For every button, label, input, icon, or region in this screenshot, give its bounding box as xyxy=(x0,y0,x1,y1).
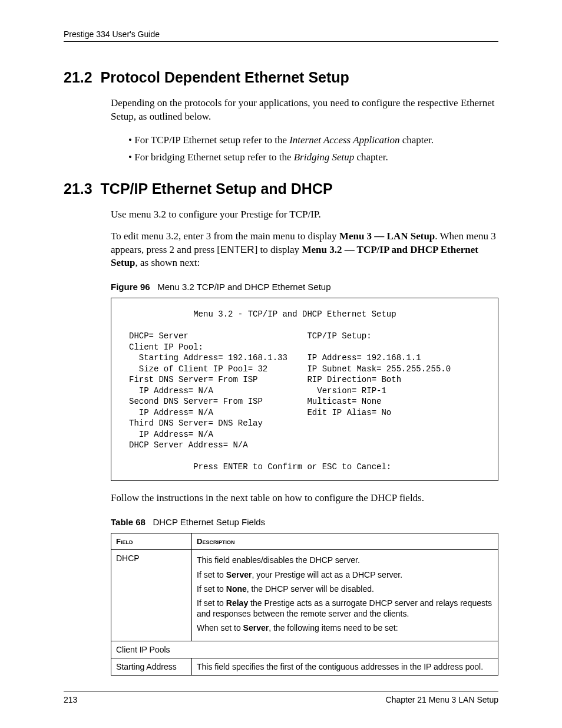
page-footer: 213 Chapter 21 Menu 3 LAN Setup xyxy=(64,691,498,704)
section-21-2-body: Depending on the protocols for your appl… xyxy=(111,97,498,166)
bullet-tcpip: For TCP/IP Ethernet setup refer to the I… xyxy=(128,132,498,149)
bullet-emphasis: Internet Access Application xyxy=(289,134,399,146)
section-title: TCP/IP Ethernet Setup and DHCP xyxy=(101,180,333,197)
text-run: ] to display xyxy=(254,244,302,255)
bullet-emphasis: Bridging Setup xyxy=(294,151,354,163)
table-label: Table 68 xyxy=(111,517,146,527)
text-run: , the following items need to be set: xyxy=(269,623,398,633)
cell-description: This field specifies the first of the co… xyxy=(192,658,498,675)
keyword: Relay xyxy=(226,598,248,608)
col-header-field: Field xyxy=(111,533,192,550)
section-21-3-body: Use menu 3.2 to configure your Prestige … xyxy=(111,208,498,676)
page-number: 213 xyxy=(64,695,77,704)
text-run: If set to xyxy=(197,570,226,579)
section-title: Protocol Dependent Ethernet Setup xyxy=(101,69,349,85)
desc-line: If set to Relay the Prestige acts as a s… xyxy=(197,598,493,619)
desc-line: When set to Server, the following items … xyxy=(197,622,493,633)
bullet-text: For TCP/IP Ethernet setup refer to the xyxy=(134,134,289,146)
keyword: None xyxy=(226,584,247,594)
keycap: ENTER xyxy=(220,244,254,255)
table-header-row: Field Description xyxy=(111,533,498,550)
paragraph: Use menu 3.2 to configure your Prestige … xyxy=(111,208,498,222)
text-run: To edit menu 3.2, enter 3 from the main … xyxy=(111,230,339,242)
figure-caption: Figure 96 Menu 3.2 TCP/IP and DHCP Ether… xyxy=(111,282,498,292)
dhcp-fields-table: Field Description DHCP This field enable… xyxy=(111,533,498,675)
desc-line: If set to Server, your Prestige will act… xyxy=(197,569,493,580)
bullet-list: For TCP/IP Ethernet setup refer to the I… xyxy=(128,132,498,166)
section-number: 21.2 xyxy=(64,69,92,85)
section-heading-21-2: 21.2 Protocol Dependent Ethernet Setup xyxy=(64,69,498,86)
text-run: , your Prestige will act as a DHCP serve… xyxy=(252,570,402,579)
bullet-text: chapter. xyxy=(399,134,434,146)
bullet-bridging: For bridging Ethernet setup refer to the… xyxy=(128,149,498,166)
paragraph: To edit menu 3.2, enter 3 from the main … xyxy=(111,230,498,271)
table-row: Client IP Pools xyxy=(111,641,498,658)
desc-line: This field enables/disables the DHCP ser… xyxy=(197,555,493,565)
section-number: 21.3 xyxy=(64,180,92,197)
keyword: Server xyxy=(226,570,252,579)
figure-label: Figure 96 xyxy=(111,282,150,292)
text-run: When set to xyxy=(197,623,243,633)
bullet-text: For bridging Ethernet setup refer to the xyxy=(134,151,294,163)
bullet-text: chapter. xyxy=(354,151,388,163)
section-21-2-intro: Depending on the protocols for your appl… xyxy=(111,97,498,124)
text-run: If set to xyxy=(197,584,226,594)
body-area: 21.2 Protocol Dependent Ethernet Setup D… xyxy=(64,58,498,691)
table-row: DHCP This field enables/disables the DHC… xyxy=(111,550,498,641)
page: Prestige 334 User's Guide 21.2 Protocol … xyxy=(0,0,562,728)
cell-subheader: Client IP Pools xyxy=(111,641,498,658)
text-run: , as shown next: xyxy=(135,257,200,268)
cell-field: DHCP xyxy=(111,550,192,641)
menu-name: Menu 3 — LAN Setup xyxy=(339,230,435,242)
figure-title: Menu 3.2 TCP/IP and DHCP Ethernet Setup xyxy=(157,282,330,292)
table-caption: Table 68 DHCP Ethernet Setup Fields xyxy=(111,517,498,527)
running-header: Prestige 334 User's Guide xyxy=(64,29,498,42)
section-heading-21-3: 21.3 TCP/IP Ethernet Setup and DHCP xyxy=(64,180,498,197)
table-row: Starting Address This field specifies th… xyxy=(111,658,498,675)
cell-field: Starting Address xyxy=(111,658,192,675)
col-header-description: Description xyxy=(192,533,498,550)
text-run: If set to xyxy=(197,598,226,608)
table-title: DHCP Ethernet Setup Fields xyxy=(153,517,265,527)
figure-terminal: Menu 3.2 - TCP/IP and DHCP Ethernet Setu… xyxy=(111,298,498,481)
text-run: , the DHCP server will be disabled. xyxy=(247,584,374,594)
desc-line: If set to None, the DHCP server will be … xyxy=(197,584,493,594)
cell-description: This field enables/disables the DHCP ser… xyxy=(192,550,498,641)
chapter-label: Chapter 21 Menu 3 LAN Setup xyxy=(386,695,498,704)
keyword: Server xyxy=(243,623,269,633)
paragraph: Follow the instructions in the next tabl… xyxy=(111,492,498,505)
